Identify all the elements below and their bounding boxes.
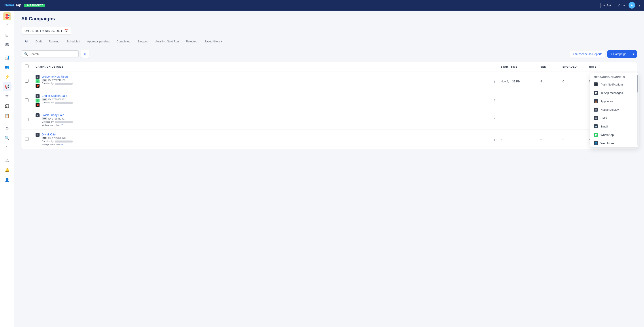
more-options-button[interactable]: ⋮ xyxy=(492,136,497,142)
filter-button[interactable]: ⚙ xyxy=(81,50,89,58)
campaign-name[interactable]: End of Season Sale xyxy=(42,94,492,97)
web-inbox-icon: 🌐 xyxy=(594,141,598,145)
sidebar-item-alert[interactable]: ⚠ xyxy=(3,156,12,165)
sidebar-item-users[interactable]: 👥 xyxy=(3,63,12,72)
campaign-id-row: SM ID: 1730718132 xyxy=(42,79,492,82)
sms-icon: ✉ xyxy=(594,116,598,120)
search-icon: 🔍 xyxy=(24,52,28,56)
sidebar-item-events[interactable]: ⚡ xyxy=(3,73,12,81)
user-chevron-icon[interactable]: ▾ xyxy=(639,3,640,8)
table-row: 🖥 A 🍎 End of Season Sale SM ID: 17304000… xyxy=(22,91,637,110)
sidebar-divider-1 xyxy=(3,29,11,29)
more-options-button[interactable]: ⋮ xyxy=(492,98,497,104)
channel-icons: 🖥 A 🍎 xyxy=(36,75,40,88)
calendar-icon: 📅 xyxy=(64,29,68,33)
tab-saved-filters[interactable]: Saved filters ▾ xyxy=(201,38,226,45)
dropdown-item-sms[interactable]: ✉ SMS xyxy=(590,114,638,122)
sidebar-expand-icon[interactable]: ▾ xyxy=(6,23,8,26)
table-row: 🖥 A 🍎 Welcome New Users SM ID: 173071813… xyxy=(22,72,637,91)
email-label: Email xyxy=(600,125,608,128)
select-all-checkbox[interactable] xyxy=(25,65,28,68)
saved-filters-label: Saved filters xyxy=(204,40,220,43)
created-by: Created by: xyxy=(42,140,492,143)
tab-completed[interactable]: Completed xyxy=(113,38,134,45)
sent-value: 4 xyxy=(540,80,562,83)
campaign-id-row: SM ID: 1730400082 xyxy=(42,98,492,101)
date-range-button[interactable]: Oct 21, 2024 to Nov 20, 2024 📅 xyxy=(21,27,71,35)
sidebar-item-group[interactable]: 👤 xyxy=(3,175,12,184)
dropdown-item-inapp[interactable]: 💬 In-App Messages xyxy=(590,89,638,97)
sidebar-item-flag[interactable]: 🏳 xyxy=(3,143,12,152)
live-badge: LIVE PROJECT xyxy=(24,4,44,7)
sidebar-item-campaigns[interactable]: 📢 xyxy=(3,82,12,91)
row-checkbox[interactable] xyxy=(25,137,28,141)
chevron-down-icon[interactable]: ▾ xyxy=(623,3,625,8)
campaign-create-button[interactable]: + Campaign ▾ xyxy=(607,50,637,58)
dropdown-item-email[interactable]: 📧 Email xyxy=(590,122,638,131)
campaign-id: ID: 1729881997 xyxy=(48,117,66,120)
web-inbox-label: Web Inbox xyxy=(600,142,614,145)
sidebar-item-support[interactable]: 🎧 xyxy=(3,102,12,111)
native-display-label: Native Display xyxy=(600,108,619,111)
search-box[interactable]: 🔍 xyxy=(21,50,78,58)
sidebar-item-analytics[interactable]: 📊 xyxy=(3,53,12,62)
dropdown-item-push[interactable]: 📱 Push Notifications xyxy=(590,80,638,89)
row-checkbox[interactable] xyxy=(25,118,28,121)
campaign-dropdown-arrow[interactable]: ▾ xyxy=(630,50,637,58)
campaign-id-row: SM ID: 1729881997 xyxy=(42,117,492,120)
subscribe-reports-button[interactable]: + Subscribe To Reports xyxy=(570,51,605,58)
tab-rejected[interactable]: Rejected xyxy=(182,38,201,45)
tab-scheduled[interactable]: Scheduled xyxy=(63,38,84,45)
in-app-messages-icon: 💬 xyxy=(594,91,598,95)
dropdown-item-native[interactable]: 🖥 Native Display xyxy=(590,105,638,114)
channel-icons: 🖥 xyxy=(36,133,40,137)
dropdown-item-appinbox[interactable]: 📥 App Inbox xyxy=(590,97,638,105)
campaign-name[interactable]: Diwali Offer xyxy=(42,133,492,136)
edit-priority-icon[interactable]: ✏ xyxy=(62,143,64,146)
more-options-button[interactable]: ⋮ xyxy=(492,79,497,84)
more-options-button[interactable]: ⋮ xyxy=(492,117,497,123)
sidebar-item-dashboard[interactable]: ⊞ xyxy=(3,31,12,40)
tab-all[interactable]: All xyxy=(21,38,32,45)
campaign-create-label: + Campaign xyxy=(607,50,630,58)
campaign-name[interactable]: Welcome New Users xyxy=(42,75,492,78)
campaign-info: 🖥 A 🍎 Welcome New Users SM ID: 173071813… xyxy=(36,75,492,88)
help-icon[interactable]: ? xyxy=(618,3,620,7)
scrollbar-thumb[interactable] xyxy=(637,75,638,93)
sent-value: -- xyxy=(540,99,562,102)
sidebar-item-settings[interactable]: ⚙ xyxy=(3,124,12,133)
table-row: 🖥 Diwali Offer SM ID: 1729876678 Created… xyxy=(22,130,637,149)
channel-icon-android: A xyxy=(36,79,40,83)
sidebar-item-flows[interactable]: ⇄ xyxy=(3,92,12,101)
dropdown-item-whatsapp[interactable]: 💬 WhatsApp xyxy=(590,131,638,139)
sidebar-item-phone[interactable]: ☎ xyxy=(3,41,12,49)
tab-running[interactable]: Running xyxy=(45,38,63,45)
sidebar-item-bell[interactable]: 🔔 xyxy=(3,166,12,175)
tab-approval[interactable]: Approval pending xyxy=(84,38,113,45)
campaign-name[interactable]: Black Friday Sale xyxy=(42,113,492,117)
saved-filters-chevron: ▾ xyxy=(221,40,222,43)
app-inbox-icon: 📥 xyxy=(594,99,598,103)
tab-awaiting[interactable]: Awaiting Next Run xyxy=(152,38,182,45)
sidebar-item-reports[interactable]: 📋 xyxy=(3,111,12,120)
row-checkbox[interactable] xyxy=(25,79,28,83)
ask-button[interactable]: Ask xyxy=(600,3,614,8)
avatar[interactable]: A xyxy=(628,2,635,9)
native-display-icon: 🖥 xyxy=(594,108,598,112)
project-avatar[interactable]: 🎯 xyxy=(3,12,11,20)
logo[interactable]: CleverTap xyxy=(4,3,21,7)
search-input[interactable] xyxy=(30,52,76,56)
sidebar-item-search[interactable]: 🔍 xyxy=(3,134,12,143)
tab-stopped[interactable]: Stopped xyxy=(134,38,152,45)
channel-icon-desktop: 🖥 xyxy=(36,94,40,98)
dropdown-item-webinbox[interactable]: 🌐 Web Inbox xyxy=(590,139,638,147)
whatsapp-label: WhatsApp xyxy=(600,133,614,137)
tab-draft[interactable]: Draft xyxy=(32,38,45,45)
sm-badge: SM xyxy=(42,117,47,120)
row-checkbox[interactable] xyxy=(25,98,28,102)
created-by: Created by: xyxy=(42,82,492,85)
engaged-value: 0 xyxy=(562,80,589,83)
edit-priority-icon[interactable]: ✏ xyxy=(62,124,64,126)
sm-badge: SM xyxy=(42,137,47,139)
sidebar-divider-3 xyxy=(3,122,11,122)
